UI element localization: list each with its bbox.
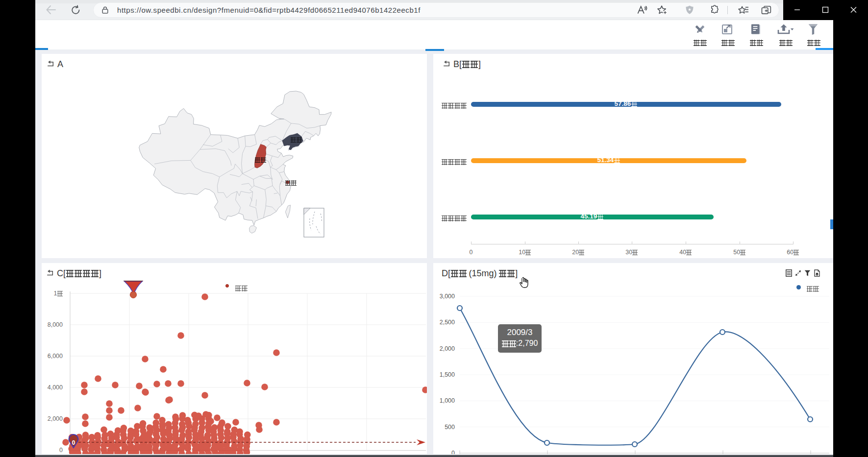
svg-text:0: 0 [72,439,75,446]
